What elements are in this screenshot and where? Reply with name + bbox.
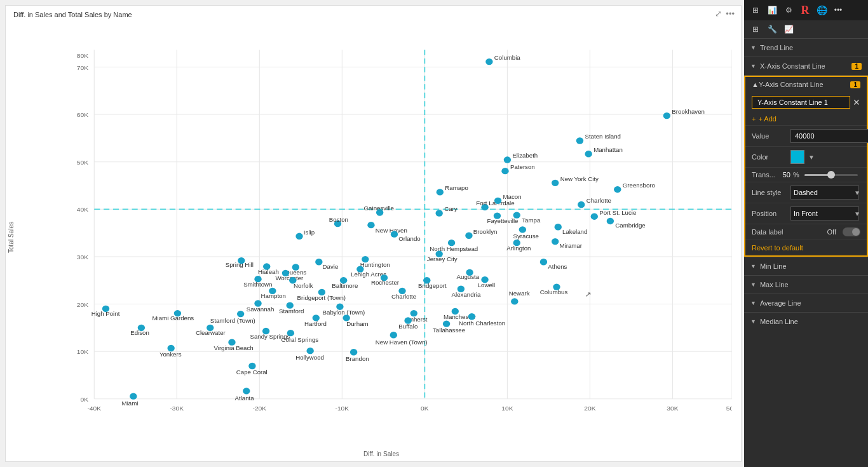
dot-tampa[interactable] — [513, 212, 520, 218]
dot-sandy-springs[interactable] — [262, 328, 269, 334]
dot-hollywood[interactable] — [306, 348, 313, 354]
max-line-label: Max Line — [760, 281, 789, 288]
svg-text:30K: 30K — [77, 254, 89, 261]
dot-charlotte-r[interactable] — [578, 201, 585, 208]
dot-elizabeth[interactable] — [504, 156, 511, 163]
value-input[interactable] — [790, 129, 868, 143]
dot-brooklyn[interactable] — [465, 233, 472, 239]
dot-amherst[interactable] — [410, 310, 417, 316]
line-selector-box[interactable]: Y-Axis Constant Line 1 — [752, 96, 850, 109]
dot-new-haven-town[interactable] — [390, 332, 397, 338]
dot-miami[interactable] — [130, 393, 137, 399]
dot-atlanta[interactable] — [243, 388, 250, 394]
median-line-section[interactable]: ▼ Median Line — [744, 312, 868, 330]
position-select[interactable]: In Front Behind — [790, 206, 859, 220]
data-label-text: Data label — [752, 228, 787, 236]
icon-3[interactable]: ⚙ — [782, 4, 795, 17]
dot-durham[interactable] — [342, 315, 349, 321]
right-panel: ⊞ 📊 ⚙ R 🌐 ••• ⊞ 🔧 📈 ▼ Trend Line ▼ X-Axi… — [744, 0, 868, 467]
dot-hartford[interactable] — [313, 315, 320, 321]
dot-coral-springs[interactable] — [287, 330, 294, 336]
dot-babylon-town[interactable] — [336, 304, 343, 310]
icon-1[interactable]: ⊞ — [749, 4, 762, 17]
svg-text:Savannah: Savannah — [247, 306, 275, 313]
dot-lakeland[interactable] — [555, 224, 562, 230]
revert-link[interactable]: Revert to default — [745, 240, 867, 255]
y-axis-chevron: ▲ — [752, 81, 759, 88]
x-axis-chevron: ▼ — [750, 63, 756, 69]
svg-text:70K: 70K — [77, 64, 89, 71]
average-line-section[interactable]: ▼ Average Line — [744, 294, 868, 312]
color-dropdown-icon[interactable]: ▼ — [808, 154, 815, 161]
dot-brookhaven[interactable] — [663, 112, 670, 119]
dot-davie[interactable] — [315, 259, 322, 265]
x-axis-section[interactable]: ▼ X-Axis Constant Line 1 — [744, 57, 868, 76]
dot-newark[interactable] — [511, 298, 518, 304]
min-line-section[interactable]: ▼ Min Line — [744, 257, 868, 275]
dot-miramar[interactable] — [552, 238, 559, 245]
dot-nyc[interactable] — [552, 180, 559, 186]
dot-paterson[interactable] — [501, 168, 508, 174]
add-label: + Add — [758, 115, 776, 123]
dot-stamford[interactable] — [287, 302, 294, 308]
value-label: Value — [752, 132, 787, 140]
add-line-btn[interactable]: + + Add — [745, 112, 867, 125]
svg-text:Charlotte: Charlotte — [391, 294, 416, 301]
dot-manhattan[interactable] — [585, 151, 592, 157]
r-icon[interactable]: R — [799, 4, 811, 17]
svg-text:Tampa: Tampa — [522, 217, 541, 224]
more-icon[interactable]: ••• — [726, 9, 735, 18]
trans-slider-thumb[interactable] — [827, 171, 835, 179]
dot-north-charleston[interactable] — [468, 313, 475, 320]
line-style-row: Line style Solid Dashed Dotted ▼ — [745, 182, 867, 203]
data-label-toggle[interactable] — [843, 227, 860, 236]
y-axis-section-header[interactable]: ▲ Y-Axis Constant Line 1 — [745, 77, 867, 92]
dot-staten-island[interactable] — [576, 137, 583, 144]
dot-virginia-beach[interactable] — [228, 339, 235, 345]
dot-cape-coral[interactable] — [248, 363, 255, 369]
dot-islip[interactable] — [295, 233, 302, 240]
dot-cambridge[interactable] — [607, 218, 614, 224]
dot-new-haven[interactable] — [367, 222, 374, 228]
dot-stamford-town[interactable] — [237, 311, 244, 317]
line-style-select[interactable]: Solid Dashed Dotted — [790, 186, 859, 200]
svg-text:Brooklyn: Brooklyn — [473, 229, 498, 235]
dot-alexandria[interactable] — [458, 286, 465, 292]
dot-ramapo[interactable] — [437, 189, 444, 195]
dot-athens[interactable] — [540, 259, 547, 265]
second-icon-bar: ⊞ 🔧 📈 — [744, 20, 868, 39]
dot-yonkers[interactable] — [167, 345, 174, 351]
svg-text:Edison: Edison — [130, 330, 149, 337]
trend-line-section[interactable]: ▼ Trend Line — [744, 39, 868, 57]
dots-icon[interactable]: ••• — [832, 4, 844, 17]
expand-icon[interactable]: ⤢ — [715, 9, 722, 18]
dot-cary[interactable] — [435, 210, 442, 216]
trans-slider-track[interactable] — [804, 174, 858, 176]
dot-tallahassee[interactable] — [443, 320, 450, 327]
dot-buffalo[interactable] — [404, 317, 411, 323]
dot-columbia[interactable] — [485, 58, 492, 65]
dot-huntington[interactable] — [362, 256, 369, 262]
dot-savannah[interactable] — [254, 300, 261, 306]
dot-port-st-lucie[interactable] — [591, 213, 598, 220]
icon-c[interactable]: 📈 — [782, 23, 795, 36]
dot-charlotte-l[interactable] — [398, 288, 405, 294]
icon-2[interactable]: 📊 — [766, 4, 778, 17]
dot-greensboro[interactable] — [614, 186, 621, 193]
line-close-btn[interactable]: ✕ — [853, 97, 860, 107]
globe-icon[interactable]: 🌐 — [815, 4, 828, 17]
dot-syracuse[interactable] — [519, 226, 526, 233]
svg-text:Norfolk: Norfolk — [294, 283, 313, 289]
dot-bridgeport-town[interactable] — [318, 289, 325, 295]
max-line-section[interactable]: ▼ Max Line — [744, 275, 868, 294]
icon-b[interactable]: 🔧 — [766, 23, 778, 36]
chart-toolbar: ⤢ ••• — [715, 9, 735, 18]
dot-manchester[interactable] — [452, 308, 459, 315]
dot-brandon[interactable] — [350, 349, 357, 355]
color-swatch[interactable] — [790, 150, 804, 164]
svg-text:Staten Island: Staten Island — [585, 134, 621, 140]
svg-text:Miramar: Miramar — [560, 243, 583, 250]
dot-north-hempstead[interactable] — [448, 240, 455, 246]
dot-orlando[interactable] — [391, 231, 398, 238]
icon-a[interactable]: ⊞ — [749, 23, 762, 36]
